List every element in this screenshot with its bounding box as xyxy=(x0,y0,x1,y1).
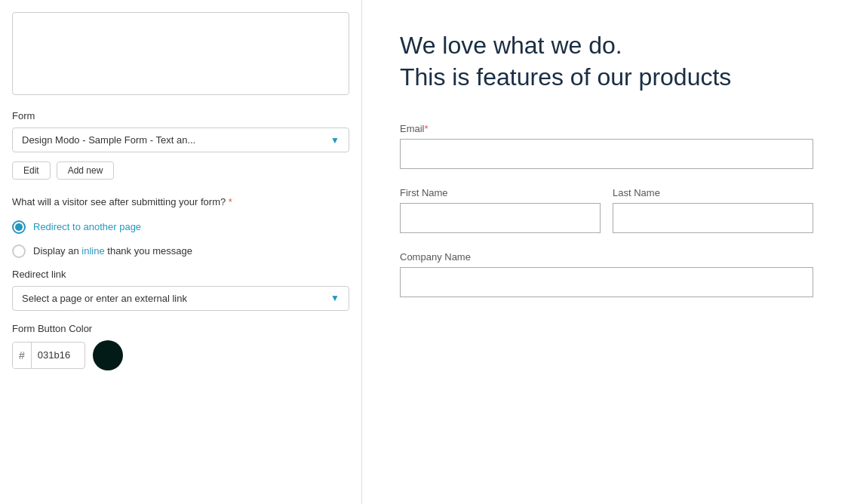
radio-label-redirect: Redirect to another page xyxy=(33,221,141,232)
company-name-input[interactable] xyxy=(400,267,813,297)
edit-button[interactable]: Edit xyxy=(12,161,51,180)
left-panel: Form Design Modo - Sample Form - Text an… xyxy=(0,0,362,504)
color-row: # xyxy=(12,340,349,370)
last-name-field-wrapper: Last Name xyxy=(613,187,813,233)
redirect-dropdown-arrow: ▼ xyxy=(330,293,339,303)
hash-symbol: # xyxy=(13,343,32,368)
form-dropdown-value: Design Modo - Sample Form - Text an... xyxy=(22,134,195,146)
color-value-input[interactable] xyxy=(32,349,84,361)
radio-redirect[interactable]: Redirect to another page xyxy=(12,220,349,234)
form-dropdown-arrow: ▼ xyxy=(330,135,339,146)
form-button-color-label: Form Button Color xyxy=(12,323,349,334)
radio-label-inline: Display an inline thank you message xyxy=(33,245,192,257)
radio-circle-inline xyxy=(12,244,26,258)
first-name-field-wrapper: First Name xyxy=(400,187,601,233)
first-name-input[interactable] xyxy=(400,203,601,233)
form-dropdown[interactable]: Design Modo - Sample Form - Text an... ▼ xyxy=(12,128,349,152)
redirect-link-label: Redirect link xyxy=(12,269,349,280)
company-name-field-wrapper: Company Name xyxy=(400,251,813,297)
last-name-input[interactable] xyxy=(613,203,813,233)
color-swatch[interactable] xyxy=(93,340,123,370)
radio-inline[interactable]: Display an inline thank you message xyxy=(12,244,349,258)
form-actions-row: Edit Add new xyxy=(12,161,349,180)
email-required: * xyxy=(425,123,429,134)
email-label: Email* xyxy=(400,123,813,134)
first-name-label: First Name xyxy=(400,187,601,198)
email-field-wrapper: Email* xyxy=(400,123,813,169)
top-preview-box xyxy=(12,12,349,95)
last-name-label: Last Name xyxy=(613,187,813,198)
name-row: First Name Last Name xyxy=(400,187,813,233)
email-input[interactable] xyxy=(400,139,813,169)
company-name-label: Company Name xyxy=(400,251,813,263)
form-section-label: Form xyxy=(12,110,349,121)
right-panel: We love what we do.This is features of o… xyxy=(362,0,851,504)
add-new-button[interactable]: Add new xyxy=(57,161,115,180)
color-input-wrapper: # xyxy=(12,342,85,369)
redirect-dropdown[interactable]: Select a page or enter an external link … xyxy=(12,286,349,311)
required-marker: * xyxy=(229,196,232,207)
question-text: What will a visitor see after submitting… xyxy=(12,195,349,210)
radio-circle-redirect xyxy=(12,220,26,234)
redirect-dropdown-value: Select a page or enter an external link xyxy=(22,293,187,304)
hero-title: We love what we do.This is features of o… xyxy=(400,30,813,93)
